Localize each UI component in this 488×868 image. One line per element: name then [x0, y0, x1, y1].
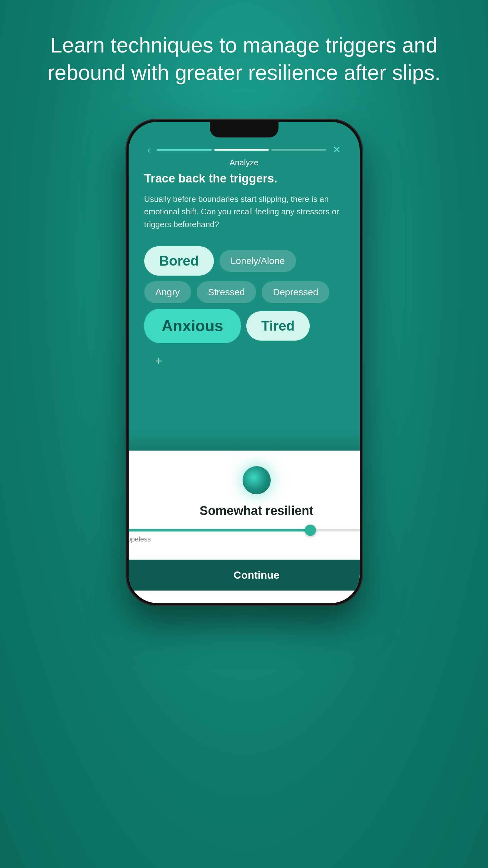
- resilience-card: Somewhat resilient Hopeless Resilient Co…: [129, 451, 360, 603]
- progress-segments: [157, 149, 326, 151]
- card-title: Somewhat resilient: [129, 504, 360, 518]
- slider-track: [129, 529, 360, 531]
- phone-content: Trace back the triggers. Usually before …: [144, 172, 344, 373]
- progress-bar-area: ‹ ✕: [148, 144, 341, 156]
- close-button[interactable]: ✕: [332, 144, 341, 156]
- phone-screen: ‹ ✕ Analyze Trace back the triggers. Usu…: [129, 122, 360, 603]
- resilience-orb: [242, 466, 271, 494]
- back-button[interactable]: ‹: [148, 144, 151, 156]
- segment-2: [214, 149, 269, 151]
- tags-container: Bored Lonely/Alone Angry Stressed Depres…: [144, 246, 344, 373]
- label-hopeless: Hopeless: [129, 535, 151, 544]
- continue-button[interactable]: Continue: [129, 560, 360, 591]
- tag-bored[interactable]: Bored: [144, 246, 214, 276]
- tag-tired[interactable]: Tired: [246, 311, 310, 341]
- tag-stressed[interactable]: Stressed: [197, 281, 256, 303]
- resilience-slider-wrapper[interactable]: Hopeless Resilient: [129, 529, 360, 544]
- screen-label: Analyze: [129, 158, 360, 167]
- tag-angry[interactable]: Angry: [144, 281, 191, 303]
- content-title: Trace back the triggers.: [144, 172, 344, 185]
- headline: Learn techniques to manage triggers and …: [0, 31, 488, 87]
- content-description: Usually before boundaries start slipping…: [144, 193, 344, 230]
- slider-fill: [129, 529, 311, 531]
- segment-3: [271, 149, 326, 151]
- segment-1: [157, 149, 212, 151]
- slider-labels: Hopeless Resilient: [129, 535, 360, 544]
- tag-add[interactable]: +: [144, 349, 173, 373]
- tag-anxious[interactable]: Anxious: [144, 309, 241, 343]
- phone-shell: ‹ ✕ Analyze Trace back the triggers. Usu…: [126, 119, 363, 606]
- slider-thumb[interactable]: [305, 525, 316, 536]
- tag-lonely[interactable]: Lonely/Alone: [220, 250, 296, 272]
- phone-notch: [210, 122, 279, 137]
- tag-depressed[interactable]: Depressed: [262, 281, 329, 303]
